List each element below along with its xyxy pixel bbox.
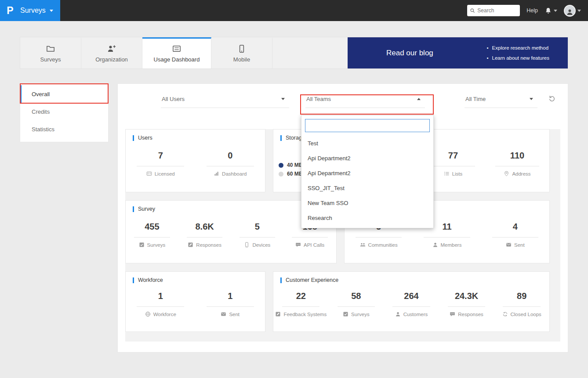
stat-label: Licensed [155, 171, 175, 176]
tab-organization[interactable]: Organization [81, 37, 142, 68]
stat-value: 4 [492, 222, 539, 238]
tab-strip: Surveys Organization Usage Dashboard Mob… [20, 37, 568, 69]
stat-value: 0 [207, 151, 254, 166]
card-title: Customer Experience [280, 277, 549, 283]
filter-all-teams[interactable]: All Teams [305, 90, 425, 108]
search-input[interactable] [477, 7, 517, 14]
envelope-icon [221, 311, 226, 317]
team-option-research[interactable]: Research [301, 210, 433, 225]
tab-mobile[interactable]: Mobile [211, 37, 272, 68]
stat-value: 7 [137, 151, 184, 166]
caret-down-icon [530, 98, 533, 100]
stat-sent: 1 Sent [196, 291, 265, 317]
filter-all-users[interactable]: All Users [161, 90, 289, 108]
mobile-phone-icon [244, 242, 250, 248]
feedback-pen-icon [188, 242, 193, 248]
person-icon [432, 242, 438, 248]
app-name: Surveys [20, 7, 46, 14]
bar-chart-icon [214, 171, 219, 176]
add-person-icon [107, 44, 116, 53]
stat-responses: 24.3K Responses [439, 291, 494, 317]
stat-label: Address [512, 171, 530, 176]
map-pin-icon [504, 171, 509, 176]
stat-label: Communities [368, 242, 398, 248]
sidebar-item-overall[interactable]: Overall [20, 85, 108, 103]
tab-surveys[interactable]: Surveys [20, 37, 81, 68]
stat-dashboard: 0 Dashboard [196, 151, 265, 176]
notifications-button[interactable] [544, 7, 557, 14]
team-option-api-department2-2[interactable]: Api Department2 [301, 166, 433, 180]
filter-all-time[interactable]: All Time [465, 90, 537, 108]
card-title: Users [133, 135, 265, 141]
legend-dot-used [279, 163, 283, 168]
stat-label: API Calls [304, 242, 324, 248]
chevron-down-icon [50, 10, 53, 12]
stat-label: Sent [514, 242, 525, 248]
stat-label: Devices [252, 242, 270, 248]
global-search [467, 5, 520, 16]
stat-closed-loops: 89 Closed Loops [494, 291, 549, 317]
filter-label: All Teams [306, 96, 331, 102]
sidebar-item-credits[interactable]: Credits [20, 103, 108, 120]
sidebar-item-statistics[interactable]: Statistics [20, 120, 108, 138]
stat-label: Customers [403, 312, 428, 317]
loop-icon [502, 311, 508, 317]
chevron-down-icon [577, 10, 581, 12]
stat-surveys: 58 Surveys [329, 291, 384, 317]
stat-value: 77 [431, 151, 475, 166]
team-option-api-department2[interactable]: Api Department2 [301, 151, 433, 166]
teams-search-box [305, 119, 430, 132]
blog-banner[interactable]: Read our blog Explore research method Le… [348, 37, 568, 68]
stat-value: 5 [240, 222, 275, 238]
stat-label: Surveys [147, 242, 166, 248]
stat-feedback-systems: 22 Feedback Systems [273, 291, 329, 317]
stat-responses: 8.6K Responses [178, 222, 231, 248]
reset-filters-button[interactable] [548, 95, 555, 104]
stat-licensed: 7 Licensed [126, 151, 196, 176]
card-title: Workforce [133, 277, 265, 283]
tab-label: Usage Dashboard [154, 56, 200, 63]
customer-experience-card: Customer Experience 22 Feedback Systems … [273, 271, 550, 332]
stat-surveys: 455 Surveys [126, 222, 178, 248]
team-option-test[interactable]: Test [301, 136, 433, 151]
bell-icon [544, 7, 552, 14]
reset-icon [548, 95, 555, 102]
help-link[interactable]: Help [526, 7, 538, 14]
folder-icon [46, 44, 55, 53]
chat-dots-icon [295, 242, 301, 248]
team-option-new-team-sso[interactable]: New Team SSO [301, 195, 433, 210]
stat-value: 22 [282, 291, 319, 307]
check-square-icon [343, 311, 348, 317]
app-switcher[interactable]: P Surveys [0, 0, 60, 21]
tab-usage-dashboard[interactable]: Usage Dashboard [142, 37, 211, 68]
caret-up-icon [417, 98, 421, 100]
stat-value: 1 [207, 291, 254, 307]
stat-value: 110 [495, 151, 539, 166]
stat-label: Surveys [351, 312, 370, 317]
stat-label: Lists [452, 171, 463, 176]
brand-logo: P [0, 5, 20, 17]
stat-address: 110 Address [485, 151, 549, 176]
blog-banner-bullets: Explore research method Learn about new … [487, 43, 549, 63]
teams-search-input[interactable] [308, 122, 427, 129]
stat-label: Responses [458, 312, 483, 317]
account-menu-button[interactable] [564, 5, 581, 17]
blog-bullet: Explore research method [487, 43, 549, 53]
list-icon [444, 171, 450, 176]
users-card: Users 7 Licensed 0 Dashboard [125, 129, 265, 192]
stat-value: 8.6K [187, 222, 222, 238]
filter-label: All Users [162, 96, 185, 102]
avatar [564, 5, 576, 17]
person-icon [395, 311, 401, 317]
stat-customers: 264 Customers [384, 291, 439, 317]
legend-label: 40 MB [287, 162, 302, 168]
stat-value: 89 [503, 291, 540, 307]
stat-label: Responses [196, 242, 221, 248]
filter-label: All Time [465, 96, 486, 102]
mobile-phone-icon [237, 44, 246, 53]
page: P Surveys Help Surveys [0, 0, 588, 378]
sidebar: Overall Credits Statistics [20, 83, 109, 142]
stat-value: 455 [134, 222, 170, 238]
team-option-sso-jit-test[interactable]: SSO_JIT_Test [301, 180, 433, 195]
stat-label: Dashboard [222, 171, 247, 176]
